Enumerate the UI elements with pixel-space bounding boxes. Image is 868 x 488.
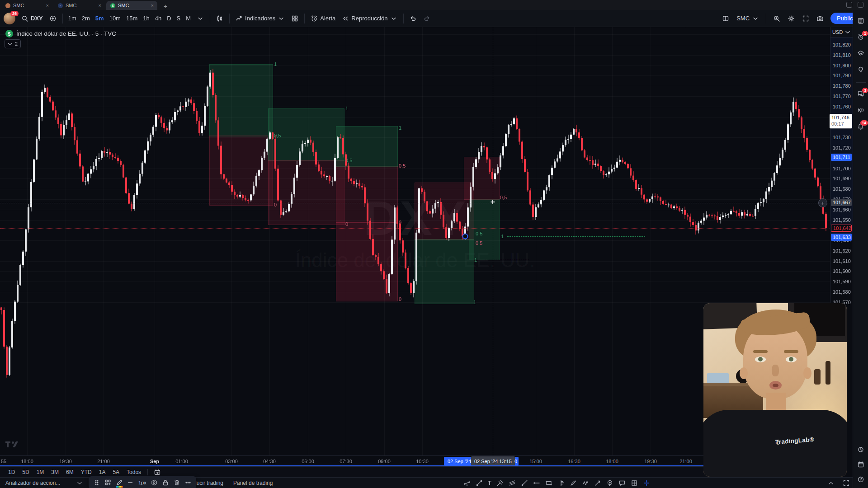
objects-tree-counter[interactable]: 2 [5,39,21,48]
symbol-search-button[interactable]: DXY [18,13,46,24]
stock-screener-tab[interactable]: Analizador de accion... [5,480,60,486]
layout-name-button[interactable]: SMC [733,13,762,24]
frame-tool-button[interactable] [631,479,638,487]
window-button-icon[interactable] [858,2,863,8]
indicator-templates-button[interactable] [288,13,302,24]
quick-search-button[interactable] [770,13,783,24]
range-button-ytd[interactable]: YTD [77,468,95,476]
fib-level-label: 0,5 [476,240,482,246]
range-button-5d[interactable]: 5D [19,468,33,476]
browser-tab[interactable]: ◦SMC× [54,1,105,10]
interval-button-M[interactable]: M [183,13,193,23]
volume-tool-button[interactable] [557,479,565,487]
tab-close-icon[interactable]: × [99,3,101,8]
lock-button[interactable] [162,479,169,486]
compare-add-button[interactable] [46,13,60,24]
range-button-1a[interactable]: 1A [95,468,109,476]
crosshair-tool-button[interactable] [643,479,650,487]
undo-button[interactable] [406,13,420,24]
fullscreen-button[interactable] [799,13,812,24]
interval-button-15m[interactable]: 15m [123,13,140,23]
browser-tab[interactable]: $SMC× [106,1,157,10]
ray-tool-button[interactable] [521,479,528,487]
interval-button-2m[interactable]: 2m [79,13,93,23]
watchlist-button[interactable] [857,17,864,26]
interval-button-4h[interactable]: 4h [152,13,164,23]
price-label: 101,690 [833,176,851,181]
help-button[interactable] [857,476,864,484]
window-button-icon[interactable] [846,2,852,8]
drag-handle-button[interactable] [93,479,100,486]
maximize-pane-icon[interactable] [843,479,850,487]
go-to-date-button[interactable] [857,461,864,469]
tab-close-icon[interactable]: × [46,3,49,8]
alert-label: Alerta [320,15,335,22]
line-width-button[interactable] [127,479,134,486]
object-tree-button[interactable] [857,50,864,58]
comment-tool-button[interactable] [618,479,626,487]
chevron-down-icon[interactable] [76,479,83,487]
watchlist-icon [857,17,864,24]
trading-panel-tab[interactable]: Panel de trading [233,480,273,486]
range-button-1d[interactable]: 1D [5,468,19,476]
xabcd-tool-button[interactable] [582,479,589,487]
pitchfork-tool-button[interactable] [496,479,504,487]
go-to-date-button[interactable] [151,467,164,478]
paper-trading-tab[interactable]: ducir trading [193,480,223,486]
gear-hex-button[interactable] [151,479,158,486]
info-line-tool-button[interactable] [463,479,471,487]
alerts-clock-button[interactable]: 1 [857,33,864,42]
range-button-5a[interactable]: 5A [109,468,123,476]
trend-tool-button[interactable] [476,479,483,487]
interval-button-1h[interactable]: 1h [140,13,152,23]
indicators-button[interactable]: Indicadores [232,13,288,24]
trash-button[interactable] [173,479,180,486]
replay-button[interactable]: Reproducción [339,13,400,24]
chart-style-button[interactable] [213,13,226,24]
new-tab-button[interactable]: + [161,3,170,10]
interval-button-10m[interactable]: 10m [107,13,123,23]
window-controls[interactable] [846,2,863,8]
interval-button-S[interactable]: S [174,13,184,23]
price-label: 101,650 [833,217,851,223]
hray-tool-button[interactable] [533,479,540,487]
drawing-anchor-dot[interactable] [462,234,468,239]
pencil-tool-button[interactable] [116,479,123,486]
alert-button[interactable]: Alerta [307,13,339,24]
browser-tab[interactable]: SMC× [1,1,52,10]
chat-button[interactable]: 3 [857,90,864,99]
notifications-bell-button[interactable]: 14 [857,123,864,131]
range-button-3m[interactable]: 3M [47,468,62,476]
ideas-bulb-icon [857,66,864,73]
streams-button[interactable] [857,107,864,115]
layout-select-button[interactable] [719,13,732,24]
user-avatar[interactable]: 26 [4,13,15,24]
interval-button-D[interactable]: D [164,13,174,23]
interval-button-1m[interactable]: 1m [66,13,79,23]
grid-plus-button[interactable] [104,479,112,486]
tradingview-logo[interactable] [5,441,18,449]
range-button-todos[interactable]: Todos [123,468,145,476]
more-button[interactable] [184,479,192,486]
redo-button[interactable] [420,13,434,24]
interval-menu-button[interactable] [193,13,207,24]
tab-close-icon[interactable]: × [151,3,154,8]
parallel-tool-button[interactable] [509,479,516,487]
arrow-tool-button[interactable] [594,479,601,487]
collapse-panel-icon[interactable] [827,479,835,487]
chart-legend[interactable]: $ Índice del dólar de EE. UU. · 5 · TVC [5,30,116,38]
fib-level-label: 0,5 [399,163,406,169]
fullscreen-icon [802,15,809,22]
rect-tool-button[interactable] [545,479,552,487]
currency-selector[interactable]: USD [830,27,853,38]
brush-tool-button[interactable] [570,479,577,487]
add-alert-plus-button[interactable]: + [818,198,827,207]
range-button-1m[interactable]: 1M [33,468,48,476]
balloon-tool-button[interactable] [606,479,613,487]
chart-settings-button[interactable] [784,13,798,24]
snapshot-button[interactable] [813,13,827,24]
timezone-clock-button[interactable] [857,446,864,455]
range-button-6m[interactable]: 6M [62,468,77,476]
ideas-bulb-button[interactable] [857,66,864,75]
interval-button-5m[interactable]: 5m [93,13,107,23]
